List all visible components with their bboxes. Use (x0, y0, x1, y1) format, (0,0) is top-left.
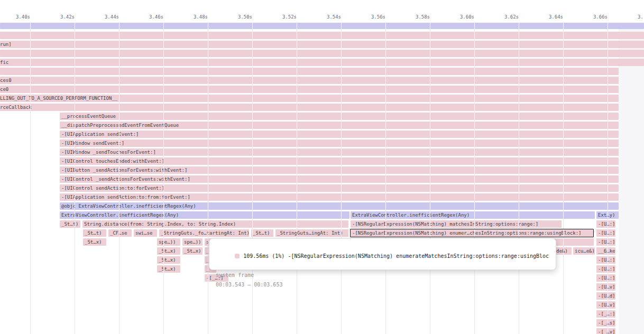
gridline-tick (341, 184, 342, 192)
gridline-tick (563, 149, 564, 156)
gridline-tick (430, 32, 430, 39)
stack-frame-cell[interactable]: -[_…v] (596, 328, 615, 334)
gridline-tick (297, 113, 297, 120)
gridline-tick (608, 68, 608, 75)
stack-frame-cell[interactable]: _StringGuts._fo…tartingAt: Int) (159, 229, 249, 237)
gridline-tick (341, 113, 342, 120)
time-ruler[interactable]: 3.40s3.42s3.44s3.46s3.48s3.50s3.52s3.54s… (0, 0, 644, 22)
stack-frame-cell[interactable]: -[UIControl sendAction:to:forEvent:] (60, 184, 619, 192)
stack-frame-cell[interactable]: -[U…:] (596, 274, 615, 282)
stack-frame-cell[interactable] (0, 23, 644, 29)
stack-frame-cell[interactable] (0, 32, 644, 39)
stack-frame-cell[interactable]: -[U…d] (596, 292, 615, 300)
gridline-tick (341, 59, 342, 66)
stack-frame-cell[interactable]: -[U…:] (596, 265, 615, 273)
gridline-tick (30, 59, 31, 66)
stack-frame-cell[interactable]: _CF…se (108, 229, 132, 237)
gridline-tick (385, 113, 386, 120)
stack-frame-cell[interactable]: ces0 (0, 77, 619, 84)
stack-frame-cell[interactable]: -[_…s] (596, 319, 615, 327)
stack-frame-cell[interactable]: -[UIControl _sendActionsForEvents:withEv… (60, 175, 619, 183)
stack-frame-cell[interactable]: -[U…:] (596, 229, 615, 237)
gridline-tick (563, 140, 564, 147)
stack-frame-cell[interactable]: fic (0, 59, 644, 66)
stack-frame-cell[interactable] (0, 50, 644, 57)
gridline-tick (119, 113, 119, 120)
gridline-tick (341, 122, 342, 129)
gridline-tick (30, 104, 31, 111)
stack-frame-cell[interactable]: LLING_OUT_TO_A_SOURCE0_PERFORM_FUNCTION_… (0, 95, 619, 102)
gridline-tick (341, 77, 342, 84)
stack-frame-cell[interactable]: -[UIControl touchesEnded:withEvent:] (60, 157, 619, 165)
gridline-tick (208, 86, 208, 93)
stack-frame-cell[interactable]: -[U…v] (596, 301, 615, 309)
stack-frame-cell[interactable]: -[UIApplication sendAction:to:from:forEv… (60, 193, 619, 201)
stack-frame-cell[interactable]: _St…x) (157, 247, 180, 255)
gridline-tick (75, 157, 75, 165)
stack-frame-cell[interactable]: @objc ExtraViewController.inefficientReg… (60, 202, 619, 210)
ruler-tick-label: 3.56s (371, 14, 385, 20)
gridline-tick (119, 175, 119, 183)
gridline-tick (430, 140, 430, 147)
gridline-tick (75, 220, 75, 228)
gridline-tick (163, 193, 164, 201)
stack-frame-cell[interactable] (0, 68, 619, 75)
gridline-tick (385, 193, 386, 201)
gridline-tick (430, 59, 430, 66)
gridline-tick (163, 41, 164, 48)
stack-frame-cell[interactable]: run] (0, 41, 644, 48)
gridline-tick (75, 122, 75, 129)
stack-frame-cell[interactable]: icu…e&) (573, 247, 595, 255)
tooltip-title-row: 109.56ms (1%) -[NSRegularExpression(NSMa… (216, 242, 549, 271)
stack-frame-cell[interactable]: ExtraViewController.inefficientRegex(Any… (60, 211, 349, 219)
stack-frame-cell[interactable]: _StringGuts…ingAt: Int) (275, 229, 348, 237)
stack-frame-cell[interactable]: _St…t) (251, 229, 273, 237)
gridline-tick (208, 32, 208, 39)
gridline-tick (474, 184, 475, 192)
gridline-tick (208, 274, 208, 282)
stack-frame-cell[interactable]: -[_…:] (596, 310, 615, 318)
stack-frame-cell[interactable]: -[U…v] (596, 283, 615, 291)
gridline-tick (297, 131, 297, 138)
stack-frame-cell[interactable]: swi…se (134, 229, 157, 237)
stack-frame-cell[interactable]: -[UIButton _sendActionsForEvents:withEve… (60, 166, 619, 174)
gridline-tick (563, 238, 564, 246)
stack-frame-cell[interactable]: _St…t) (83, 229, 106, 237)
stack-frame-cell[interactable]: __6…ke (596, 247, 615, 255)
stack-frame-cell[interactable]: -[U…:] (596, 220, 615, 228)
empty-track-background (619, 23, 644, 334)
stack-frame-cell[interactable]: spe…)) (182, 238, 203, 246)
stack-frame-cell[interactable]: rceCallback (0, 104, 619, 111)
stack-frame-cell[interactable]: String.distance(from: String.Index, to: … (82, 220, 348, 228)
stack-frame-cell[interactable]: _St…x) (157, 256, 180, 264)
stack-frame-cell[interactable]: __dispatchPreprocessedEventFromEventQueu… (60, 122, 619, 129)
stack-frame-cell[interactable]: -[U…:] (596, 238, 615, 246)
stack-frame-cell[interactable]: -[UIWindow _sendTouchesForEvent:] (60, 149, 619, 156)
gridline-tick (519, 184, 519, 192)
gridline-tick (430, 122, 430, 129)
gridline-tick (563, 95, 564, 102)
stack-frame-cell[interactable]: _St…x) (182, 247, 203, 255)
stack-frame-cell[interactable]: -[NSRegularExpression(NSMatching) matche… (351, 220, 562, 228)
gridline-tick (252, 229, 253, 237)
stack-frame-cell[interactable]: __processEventQueue (60, 113, 619, 120)
stack-frame-cell[interactable]: -[U…:] (596, 256, 615, 264)
stack-frame-cell[interactable]: spe…)) (157, 238, 180, 246)
gridline-tick (385, 68, 386, 75)
gridline-tick (208, 59, 208, 66)
gridline-tick (208, 238, 208, 246)
tooltip-frame-kind: system frame (216, 271, 549, 280)
stack-frame-cell[interactable]: _St…x) (157, 265, 180, 273)
gridline-tick (119, 193, 119, 201)
gridline-tick (608, 283, 608, 291)
gridline-tick (474, 32, 475, 39)
stack-frame-cell[interactable]: _St…t) (60, 220, 80, 228)
stack-frame-cell[interactable]: -[UIWindow sendEvent:] (60, 140, 619, 147)
stack-frame-cell[interactable]: ce0 (0, 86, 619, 93)
stack-frame-cell[interactable]: -[UIApplication sendEvent:] (60, 131, 619, 138)
gridline-tick (208, 166, 208, 174)
stack-frame-cell[interactable]: _St…x) (83, 238, 106, 246)
gridline-tick (208, 211, 208, 219)
gridline-tick (297, 175, 297, 183)
stack-frame-cell[interactable]: ExtraViewController.inefficientRegex(Any… (351, 211, 595, 219)
